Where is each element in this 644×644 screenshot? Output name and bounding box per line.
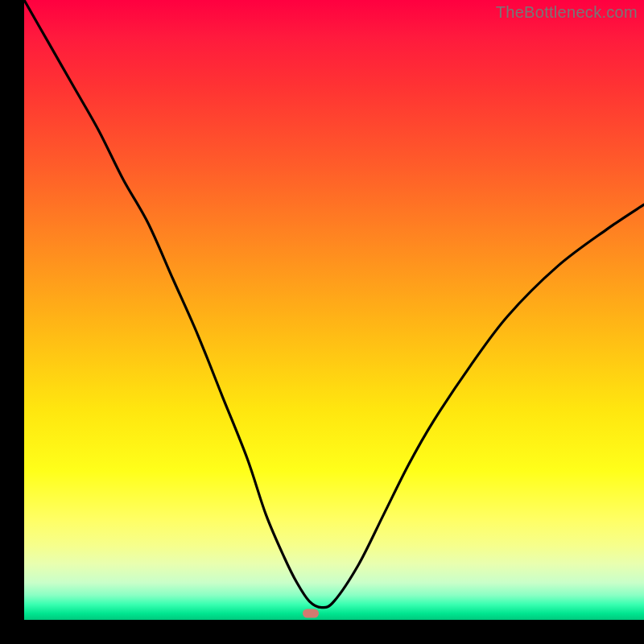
watermark-text: TheBottleneck.com: [496, 3, 638, 22]
optimal-point-marker: [303, 609, 319, 618]
plot-area: [24, 0, 644, 620]
curve-layer: [24, 0, 644, 620]
chart-stage: TheBottleneck.com: [0, 0, 644, 644]
bottleneck-curve: [24, 0, 644, 608]
